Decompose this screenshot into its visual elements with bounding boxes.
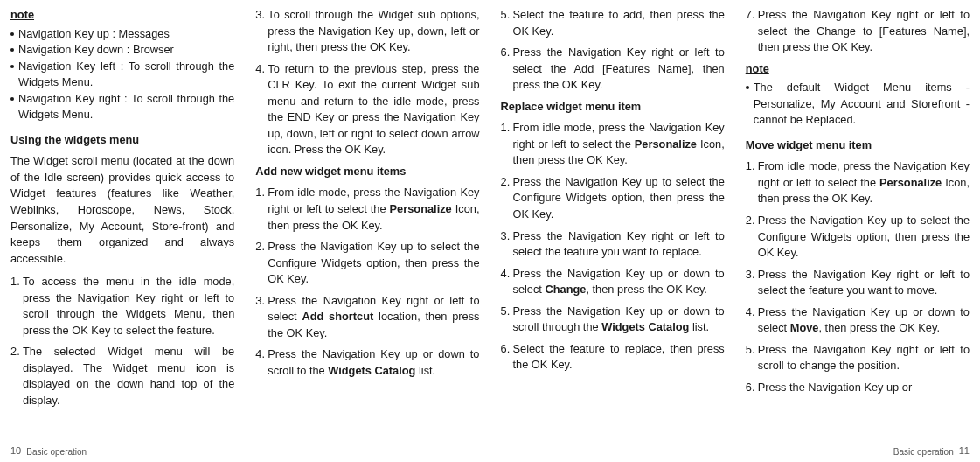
steps-continued: To scroll through the Widget sub options… bbox=[255, 7, 479, 158]
step-item: From idle mode, press the Navigation Key… bbox=[746, 158, 970, 207]
step-item: Press the Navigation Key right or left t… bbox=[746, 7, 970, 56]
note-item: Navigation Key right : To scroll through… bbox=[10, 91, 234, 123]
col4-content: Press the Navigation Key right or left t… bbox=[746, 7, 970, 444]
steps-list: To access the menu in the idle mode, pre… bbox=[10, 274, 234, 409]
step-item: From idle mode, press the Navigation Key… bbox=[501, 120, 725, 169]
step-item: To access the menu in the idle mode, pre… bbox=[10, 274, 234, 339]
note-item: Navigation Key left : To scroll through … bbox=[10, 59, 234, 91]
page: note Navigation Key up : Messages Naviga… bbox=[0, 0, 980, 462]
note-item: Navigation Key down : Browser bbox=[10, 42, 234, 59]
step-item: Press the Navigation Key right or left t… bbox=[501, 228, 725, 261]
footer-right: Basic operation 11 bbox=[746, 444, 970, 458]
bold-text: Personalize bbox=[390, 202, 452, 215]
bold-text: Widgets Catalog bbox=[601, 320, 689, 333]
step-item: Press the Navigation Key right or left t… bbox=[501, 45, 725, 94]
column-1: note Navigation Key up : Messages Naviga… bbox=[0, 0, 245, 462]
section-heading: Move widget menu item bbox=[746, 137, 970, 154]
bold-text: Add shortcut bbox=[302, 310, 373, 323]
step-item: Press the Navigation Key up or down to s… bbox=[501, 266, 725, 298]
text: list. bbox=[689, 320, 709, 333]
step-item: From idle mode, press the Navigation Key… bbox=[255, 185, 479, 234]
replace-steps: From idle mode, press the Navigation Key… bbox=[501, 120, 725, 374]
col1-content: note Navigation Key up : Messages Naviga… bbox=[10, 7, 234, 444]
step-item: To scroll through the Widget sub options… bbox=[255, 7, 479, 56]
bold-text: Move bbox=[790, 321, 819, 334]
paragraph: The Widget scroll menu (located at the d… bbox=[10, 153, 234, 267]
col3-content: Select the feature to add, then press th… bbox=[501, 7, 725, 458]
column-3: Select the feature to add, then press th… bbox=[490, 0, 735, 462]
step-item: Press the Navigation Key up or down to s… bbox=[746, 304, 970, 337]
step-item: Press the Navigation Key up or bbox=[746, 380, 970, 396]
bold-text: Widgets Catalog bbox=[328, 364, 415, 377]
footer-label: Basic operation bbox=[893, 446, 954, 459]
text: , then press the OK Key. bbox=[586, 283, 706, 296]
move-steps: From idle mode, press the Navigation Key… bbox=[746, 158, 970, 396]
section-heading: Add new widget menu items bbox=[255, 164, 479, 180]
section-heading: Replace widget menu item bbox=[501, 99, 725, 116]
step-item: Press the Navigation Key right or left t… bbox=[255, 293, 479, 342]
step-item: Press the Navigation Key up or down to s… bbox=[255, 346, 479, 379]
note-list: The default Widget Menu items - Personal… bbox=[746, 80, 970, 129]
text: list. bbox=[415, 364, 435, 377]
step-item: Press the Navigation Key right or left t… bbox=[746, 267, 970, 299]
bold-text: Change bbox=[546, 283, 587, 296]
column-2: To scroll through the Widget sub options… bbox=[245, 0, 490, 462]
step-item: The selected Widget menu will be display… bbox=[10, 344, 234, 409]
col2-content: To scroll through the Widget sub options… bbox=[255, 7, 479, 458]
step-item: Select the feature to replace, then pres… bbox=[501, 341, 725, 374]
bold-text: Personalize bbox=[879, 176, 942, 189]
section-heading: Using the widgets menu bbox=[10, 132, 234, 149]
step-item: Press the Navigation Key up to select th… bbox=[501, 174, 725, 223]
note-item: The default Widget Menu items - Personal… bbox=[746, 80, 970, 129]
step-item: Select the feature to add, then press th… bbox=[501, 7, 725, 39]
steps-continued: Select the feature to add, then press th… bbox=[501, 7, 725, 94]
note-item: Navigation Key up : Messages bbox=[10, 26, 234, 43]
steps-continued: Press the Navigation Key right or left t… bbox=[746, 7, 970, 56]
step-item: Press the Navigation Key up or down to s… bbox=[501, 304, 725, 336]
note-list: Navigation Key up : Messages Navigation … bbox=[10, 26, 234, 123]
add-steps: From idle mode, press the Navigation Key… bbox=[255, 185, 479, 379]
footer-left: 10 Basic operation bbox=[10, 444, 234, 458]
step-item: To return to the previous step, press th… bbox=[255, 61, 479, 158]
step-item: Press the Navigation Key right or left t… bbox=[746, 342, 970, 374]
note-heading: note bbox=[10, 7, 234, 24]
step-item: Press the Navigation Key up to select th… bbox=[746, 213, 970, 262]
text: , then press the OK Key. bbox=[818, 321, 939, 334]
page-number: 11 bbox=[959, 444, 970, 458]
page-number: 10 bbox=[10, 444, 21, 458]
footer-label: Basic operation bbox=[26, 446, 87, 459]
note-heading: note bbox=[746, 61, 970, 78]
step-item: Press the Navigation Key up to select th… bbox=[255, 239, 479, 288]
column-4: Press the Navigation Key right or left t… bbox=[735, 0, 980, 462]
bold-text: Personalize bbox=[635, 137, 697, 150]
